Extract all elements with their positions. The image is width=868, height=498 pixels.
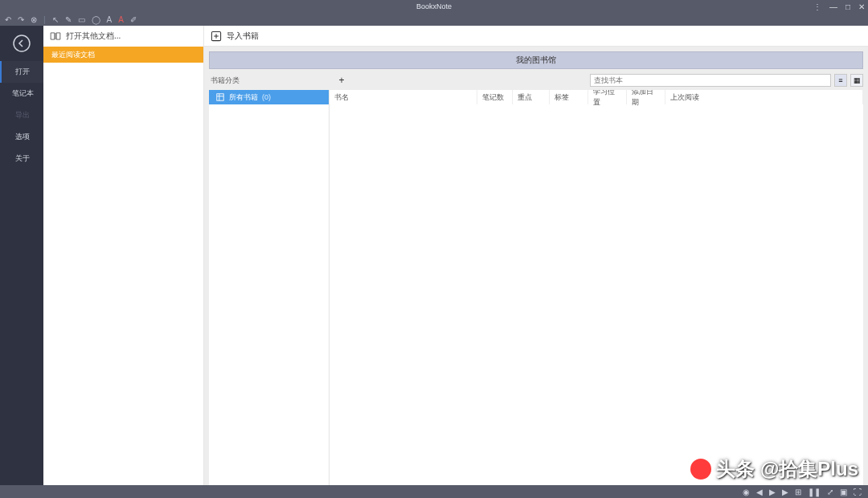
sidebar-item-export[interactable]: 导出: [0, 104, 43, 126]
svg-point-0: [14, 35, 30, 51]
window-minimize-icon[interactable]: —: [829, 2, 837, 11]
col-highlights[interactable]: 重点: [513, 90, 550, 104]
svg-rect-2: [217, 94, 223, 100]
search-input[interactable]: [590, 74, 831, 87]
tree-item-count: (0): [262, 93, 271, 101]
classify-label: 书籍分类: [209, 76, 240, 86]
status-bar: ◉ ◀ ▶ ▶ ⊞ ❚❚ ⤢ ▣ ⛶: [0, 485, 868, 498]
recent-docs-header[interactable]: 最近阅读文档: [43, 47, 203, 63]
recent-panel: 打开其他文档... 最近阅读文档: [43, 26, 204, 485]
library-title-bar: 我的图书馆: [209, 51, 863, 69]
grid-icon[interactable]: ⊞: [795, 488, 801, 496]
redo-icon[interactable]: ↷: [18, 15, 24, 24]
sidebar: 打开 笔记本 导出 选项 关于: [0, 26, 43, 485]
back-button[interactable]: [0, 26, 43, 61]
pointer-icon[interactable]: ↖: [52, 15, 59, 24]
main-panel: 导入书籍 我的图书馆 书籍分类 + ≡ ▦ 所有书籍 (0): [204, 26, 868, 485]
tree-item-all-books[interactable]: 所有书籍 (0): [209, 90, 329, 104]
import-books[interactable]: 导入书籍: [204, 26, 868, 47]
sidebar-item-options[interactable]: 选项: [0, 126, 43, 148]
category-tree: 所有书籍 (0): [209, 90, 330, 485]
import-books-label: 导入书籍: [227, 31, 259, 42]
library-title: 我的图书馆: [516, 55, 556, 66]
window-maximize-icon[interactable]: □: [845, 2, 850, 11]
open-other-doc[interactable]: 打开其他文档...: [43, 26, 203, 47]
undo-icon[interactable]: ↶: [5, 15, 11, 24]
book-table: 书名 笔记数 重点 标签 学习位置 添加日期 上次阅读: [330, 90, 863, 485]
prev-icon[interactable]: ◀: [756, 488, 763, 496]
close-tool-icon[interactable]: ⊗: [31, 15, 37, 24]
col-lastread[interactable]: 上次阅读: [665, 90, 863, 104]
pen-icon[interactable]: ✎: [65, 15, 72, 24]
sidebar-item-notebook[interactable]: 笔记本: [0, 83, 43, 104]
grid-view-button[interactable]: ▦: [850, 74, 863, 87]
col-progress[interactable]: 学习位置: [588, 90, 627, 104]
expand-icon[interactable]: ⤢: [827, 488, 833, 496]
window-close-icon[interactable]: ✕: [858, 2, 865, 11]
col-notes[interactable]: 笔记数: [477, 90, 513, 104]
text-tool-icon[interactable]: A: [107, 15, 113, 24]
list-view-button[interactable]: ≡: [834, 74, 847, 87]
sidebar-item-open[interactable]: 打开: [0, 61, 43, 83]
highlight-tool-icon[interactable]: A: [118, 15, 124, 24]
open-other-doc-label: 打开其他文档...: [66, 31, 121, 42]
rect-icon[interactable]: ▭: [78, 15, 85, 24]
note-tool-icon[interactable]: ✐: [130, 15, 137, 24]
play-icon[interactable]: ▶: [769, 488, 776, 496]
app-title: BookxNote: [416, 2, 452, 10]
toolbar-separator: |: [43, 15, 46, 24]
window-menu-icon[interactable]: ⋮: [813, 2, 821, 11]
tree-item-label: 所有书籍: [229, 92, 258, 103]
col-tags[interactable]: 标签: [550, 90, 588, 104]
next-icon[interactable]: ▶: [782, 488, 788, 496]
pause-icon[interactable]: ❚❚: [808, 488, 821, 496]
col-added[interactable]: 添加日期: [627, 90, 665, 104]
sidebar-item-about[interactable]: 关于: [0, 148, 43, 169]
sphere-icon[interactable]: ◉: [743, 488, 750, 496]
col-title[interactable]: 书名: [330, 90, 477, 104]
record-icon[interactable]: ▣: [840, 488, 847, 496]
fullscreen-icon[interactable]: ⛶: [854, 488, 862, 496]
add-category-button[interactable]: +: [336, 75, 347, 86]
circle-icon[interactable]: ◯: [92, 15, 100, 24]
